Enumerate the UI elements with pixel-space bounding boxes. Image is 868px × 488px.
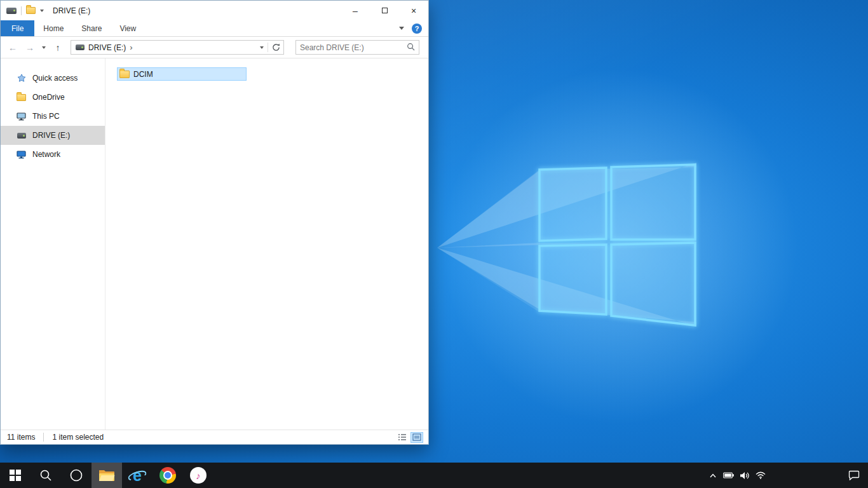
tab-view[interactable]: View: [111, 20, 145, 36]
sidebar-item-label: Quick access: [32, 74, 78, 83]
internet-explorer-icon: e: [128, 466, 146, 484]
desktop: DRIVE (E:) – × File Home Share View ? ← …: [0, 0, 868, 488]
file-explorer-window: DRIVE (E:) – × File Home Share View ? ← …: [0, 0, 429, 445]
sidebar-item-network[interactable]: Network: [1, 145, 105, 164]
status-separator: [43, 433, 44, 442]
address-bar[interactable]: DRIVE (E:) ›: [71, 40, 284, 55]
window-controls: – ×: [341, 1, 428, 20]
forward-button[interactable]: →: [23, 43, 37, 53]
status-bar: 11 items 1 item selected: [1, 430, 428, 444]
taskbar-search-button[interactable]: [31, 463, 61, 488]
file-item-label: DCIM: [133, 70, 153, 79]
tab-home[interactable]: Home: [34, 20, 72, 36]
breadcrumb-item[interactable]: DRIVE (E:): [88, 43, 126, 52]
cortana-icon: [69, 468, 83, 482]
file-item-dcim[interactable]: DCIM: [117, 67, 247, 81]
close-button[interactable]: ×: [399, 1, 428, 20]
search-icon: [39, 469, 52, 482]
volume-icon[interactable]: [736, 463, 752, 488]
file-list-area[interactable]: DCIM: [105, 58, 428, 430]
folder-icon: [16, 94, 27, 101]
help-button[interactable]: ?: [412, 24, 422, 34]
network-icon: [16, 151, 27, 159]
sidebar-item-drive-e[interactable]: DRIVE (E:): [1, 126, 105, 145]
network-wifi-icon[interactable]: [752, 463, 768, 488]
address-dropdown-icon[interactable]: [260, 46, 264, 49]
window-title: DRIVE (E:): [53, 6, 90, 15]
title-bar[interactable]: DRIVE (E:) – ×: [1, 1, 428, 20]
selection-count: 1 item selected: [52, 433, 104, 442]
back-button[interactable]: ←: [6, 43, 20, 53]
address-divider: [268, 43, 268, 52]
tab-file[interactable]: File: [1, 20, 34, 36]
toolbar-separator: [21, 6, 22, 15]
system-tray: [705, 463, 868, 488]
maximize-icon: [382, 8, 388, 13]
star-icon: [16, 74, 27, 83]
navigation-bar: ← → ↑ DRIVE (E:) ›: [1, 37, 428, 58]
drive-icon: [76, 44, 85, 50]
chrome-icon: [159, 467, 176, 484]
breadcrumb-separator[interactable]: ›: [130, 43, 132, 52]
sidebar-item-label: OneDrive: [32, 93, 65, 102]
sidebar-item-quick-access[interactable]: Quick access: [1, 69, 105, 88]
chevron-down-icon: [42, 46, 46, 49]
taskbar: e ♪: [0, 463, 868, 488]
search-box[interactable]: [295, 40, 419, 55]
quick-access-toolbar: [1, 6, 44, 15]
windows-logo-icon: [10, 470, 21, 481]
cortana-button[interactable]: [61, 463, 92, 488]
drive-icon: [6, 8, 17, 14]
taskbar-itunes-button[interactable]: ♪: [183, 463, 214, 488]
action-center-icon[interactable]: [839, 463, 868, 488]
sidebar-item-label: This PC: [32, 112, 60, 121]
start-button[interactable]: [0, 463, 31, 488]
large-icons-view-button[interactable]: [410, 432, 423, 443]
details-view-button[interactable]: [396, 432, 409, 443]
sidebar-item-onedrive[interactable]: OneDrive: [1, 88, 105, 107]
minimize-button[interactable]: –: [341, 1, 370, 20]
search-icon[interactable]: [407, 43, 415, 53]
monitor-icon: [16, 112, 27, 121]
windows-logo: [539, 165, 695, 325]
hidden-icons-chevron[interactable]: [705, 463, 721, 488]
sidebar-item-label: DRIVE (E:): [32, 131, 70, 140]
itunes-icon: ♪: [190, 467, 207, 484]
up-button[interactable]: ↑: [51, 43, 65, 53]
tab-share[interactable]: Share: [72, 20, 111, 36]
taskbar-file-explorer-button[interactable]: [92, 463, 122, 488]
refresh-icon[interactable]: [272, 43, 280, 51]
navigation-pane: Quick access OneDrive: [1, 58, 105, 430]
file-explorer-icon: [98, 468, 115, 482]
battery-icon[interactable]: [721, 463, 736, 488]
sidebar-item-label: Network: [32, 150, 60, 159]
drive-icon: [16, 133, 27, 139]
folder-icon[interactable]: [26, 7, 36, 14]
quick-access-chevron-icon[interactable]: [40, 10, 44, 12]
maximize-button[interactable]: [370, 1, 399, 20]
ribbon-expand-icon[interactable]: [399, 27, 404, 30]
folder-icon: [119, 71, 130, 78]
search-input[interactable]: [300, 43, 407, 52]
recent-locations-chevron-icon[interactable]: [40, 46, 48, 49]
sidebar-item-this-pc[interactable]: This PC: [1, 107, 105, 126]
items-count: 11 items: [7, 433, 35, 442]
ribbon-tab-bar: File Home Share View ?: [1, 20, 428, 37]
taskbar-internet-explorer-button[interactable]: e: [122, 463, 153, 488]
taskbar-chrome-button[interactable]: [153, 463, 183, 488]
tray-spacer: [768, 463, 839, 488]
